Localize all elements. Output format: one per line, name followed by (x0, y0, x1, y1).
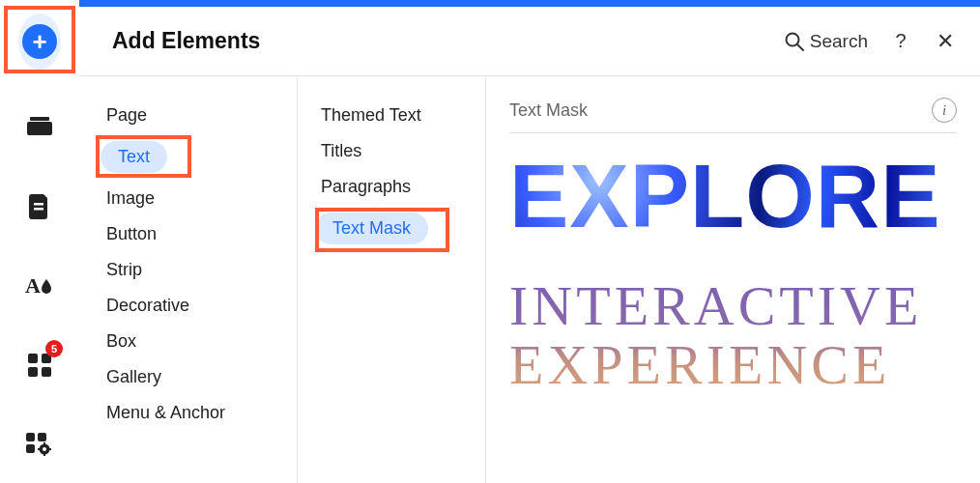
category-label: Menu & Anchor (106, 403, 225, 423)
subcategory-paragraphs[interactable]: Paragraphs (298, 169, 485, 205)
add-element-button[interactable]: + (18, 14, 61, 70)
subcategory-list: Themed Text Titles Paragraphs Text Mask (298, 76, 486, 483)
search-button[interactable]: Search (785, 31, 868, 52)
subcategory-label: Paragraphs (321, 177, 411, 197)
text-drop-icon: A (25, 273, 54, 298)
category-label: Decorative (106, 296, 189, 316)
document-button[interactable] (18, 185, 61, 228)
search-label: Search (810, 31, 868, 52)
svg-rect-11 (26, 444, 35, 453)
panel-title: Add Elements (112, 28, 785, 54)
category-decorative[interactable]: Decorative (79, 288, 297, 324)
category-box[interactable]: Box (79, 324, 297, 359)
apps-button[interactable]: 5 (18, 344, 61, 386)
svg-point-13 (43, 447, 46, 451)
sample-line: INTERACTIVE (509, 277, 957, 336)
svg-rect-17 (48, 448, 51, 450)
svg-rect-10 (38, 433, 46, 441)
svg-rect-14 (43, 442, 45, 445)
category-label: Page (106, 105, 147, 126)
info-button[interactable]: i (932, 98, 957, 123)
top-accent-bar (79, 0, 980, 7)
svg-rect-9 (26, 433, 35, 441)
category-label: Image (106, 188, 155, 209)
badge-count: 5 (45, 340, 63, 357)
pages-icon (27, 117, 52, 138)
svg-text:A: A (25, 273, 41, 298)
svg-line-19 (797, 44, 803, 50)
category-strip[interactable]: Strip (79, 252, 297, 288)
help-button[interactable]: ? (889, 30, 912, 52)
document-icon (29, 194, 50, 219)
subcategory-titles[interactable]: Titles (298, 133, 485, 169)
category-gallery[interactable]: Gallery (79, 359, 297, 395)
subcategory-label: Text Mask (315, 213, 428, 244)
svg-rect-15 (43, 453, 45, 456)
subcategory-themed-text[interactable]: Themed Text (298, 98, 485, 133)
pages-button[interactable] (18, 106, 61, 149)
category-menu-anchor[interactable]: Menu & Anchor (79, 395, 297, 431)
design-button[interactable]: A (18, 265, 61, 307)
svg-rect-8 (42, 367, 51, 377)
category-label: Button (106, 224, 157, 244)
svg-rect-3 (34, 208, 43, 211)
subcategory-label: Titles (321, 141, 361, 161)
preview-title: Text Mask (509, 100, 588, 121)
text-mask-sample-explore[interactable]: EXPLORE (509, 156, 957, 237)
panel-header: Add Elements Search ? ✕ (79, 7, 980, 76)
subcategory-text-mask[interactable]: Text Mask (298, 205, 485, 252)
svg-rect-7 (28, 367, 38, 377)
svg-rect-1 (30, 117, 49, 121)
left-toolbar: + A (0, 0, 79, 483)
preview-panel: Text Mask i EXPLORE INTERACTIVE EXPERIEN… (486, 76, 980, 483)
category-label: Strip (106, 260, 142, 280)
svg-rect-2 (34, 203, 43, 206)
svg-rect-5 (28, 354, 38, 363)
grid-icon (28, 354, 51, 377)
category-page[interactable]: Page (79, 98, 297, 133)
svg-rect-16 (38, 448, 41, 450)
category-image[interactable]: Image (79, 181, 297, 216)
category-text[interactable]: Text (79, 133, 297, 181)
plus-icon: + (22, 24, 57, 59)
settings-button[interactable] (18, 423, 61, 466)
category-label: Gallery (106, 367, 161, 387)
category-button[interactable]: Button (79, 216, 297, 252)
category-label: Text (101, 141, 167, 173)
svg-rect-0 (27, 122, 52, 135)
close-button[interactable]: ✕ (934, 29, 957, 54)
subcategory-label: Themed Text (321, 105, 421, 126)
sample-line: EXPERIENCE (509, 336, 957, 395)
category-list: Page Text Image Button Strip Decorative … (79, 76, 298, 483)
grid-gear-icon (26, 433, 53, 456)
search-icon (785, 32, 804, 51)
text-mask-sample-interactive[interactable]: INTERACTIVE EXPERIENCE (509, 277, 957, 395)
category-label: Box (106, 331, 136, 352)
